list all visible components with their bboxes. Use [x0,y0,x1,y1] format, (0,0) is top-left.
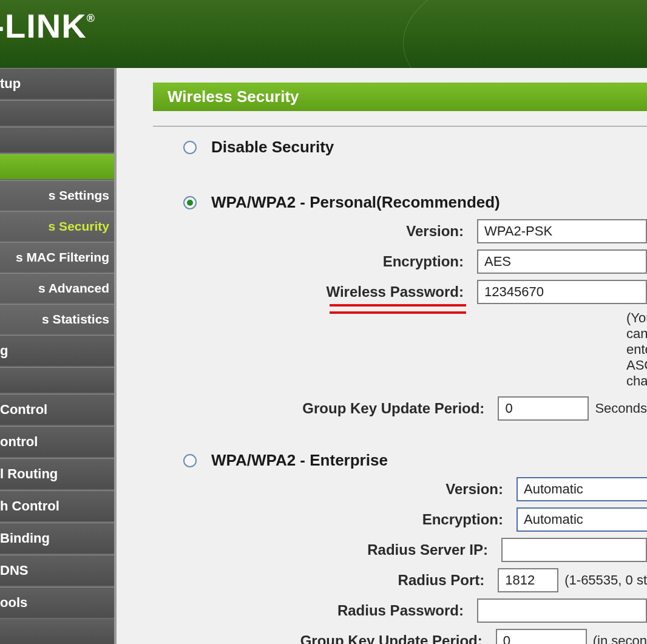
header-banner: P-LINK® [0,0,647,68]
label-encryption: Encryption: [226,253,477,270]
option-wpa-personal[interactable]: WPA/WPA2 - Personal(Recommended) [183,193,647,212]
option-disable-security[interactable]: Disable Security [183,138,647,157]
label-radius-port: Radius Port: [226,572,498,589]
enterprise-encryption-value[interactable] [518,509,647,530]
brand-logo: P-LINK® [0,6,95,46]
label-version: Version: [226,223,477,240]
sidebar-sub-advanced[interactable]: s Advanced [0,273,114,304]
sidebar-sub-settings[interactable]: s Settings [0,180,114,211]
enterprise-version-value[interactable] [518,478,647,500]
ent-gkup-hint: (in secon [593,633,647,644]
sidebar-item-binding[interactable]: Binding [0,523,114,555]
sidebar-spacer[interactable] [0,100,114,127]
sidebar-item-control[interactable]: Control [0,394,114,426]
sidebar-item-h-control[interactable]: h Control [0,490,114,523]
label-ent-gkup: Group Key Update Period: [226,632,496,644]
sidebar-filler [0,619,114,644]
registered-mark: ® [87,12,95,24]
brand-logo-text: P-LINK [0,7,87,45]
radius-ip-input[interactable] [501,538,647,562]
label-ent-encryption: Encryption: [226,511,517,528]
sidebar-item-tools[interactable]: ools [0,587,114,619]
option-label: WPA/WPA2 - Personal(Recommended) [211,193,500,212]
page-title: Wireless Security [153,83,647,111]
personal-encryption-select[interactable] [477,249,647,274]
label-gkup: Group Key Update Period: [226,400,498,417]
sidebar-spacer[interactable] [0,367,114,394]
gkup-unit: Seconds [595,401,647,416]
label-wireless-password: Wireless Password: [226,283,477,300]
enterprise-gkup-input[interactable] [496,629,587,644]
sidebar-item-g[interactable]: g [0,335,114,367]
radius-port-hint: (1-65535, 0 st [564,572,647,588]
wireless-password-input[interactable] [477,280,647,304]
sidebar-sub-mac-filtering[interactable]: s MAC Filtering [0,242,114,273]
enterprise-version-select[interactable] [517,477,647,501]
radius-port-input[interactable] [498,568,558,592]
sidebar-item-wireless-group[interactable] [0,154,114,180]
personal-gkup-input[interactable] [498,396,589,421]
label-radius-pass: Radius Password: [226,602,477,619]
radio-disable-security[interactable] [183,141,197,154]
option-label: Disable Security [211,138,334,157]
radio-wpa-personal[interactable] [183,196,197,209]
sidebar-item-routing[interactable]: l Routing [0,458,114,490]
radio-wpa-enterprise[interactable] [183,454,197,467]
sidebar-sub-statistics[interactable]: s Statistics [0,304,114,335]
password-hint: (You can enter ASCII cha [626,310,647,389]
label-ent-version: Version: [226,481,517,498]
content-panel: Wireless Security Disable Security WPA/W… [117,68,647,644]
divider [153,126,647,127]
option-wpa-enterprise[interactable]: WPA/WPA2 - Enterprise [183,451,647,470]
sidebar-item-dns[interactable]: DNS [0,555,114,587]
sidebar-sub-security[interactable]: s Security [0,211,114,242]
option-label: WPA/WPA2 - Enterprise [211,451,388,470]
sidebar-item-ontrol[interactable]: ontrol [0,426,114,458]
label-radius-ip: Radius Server IP: [226,541,501,558]
radius-password-input[interactable] [477,598,647,623]
sidebar-nav: tup s Settings s Security s MAC Filterin… [0,68,117,644]
personal-version-select[interactable] [477,219,647,243]
enterprise-encryption-select[interactable] [517,507,647,532]
sidebar-item-setup[interactable]: tup [0,68,114,100]
sidebar-spacer[interactable] [0,127,114,154]
